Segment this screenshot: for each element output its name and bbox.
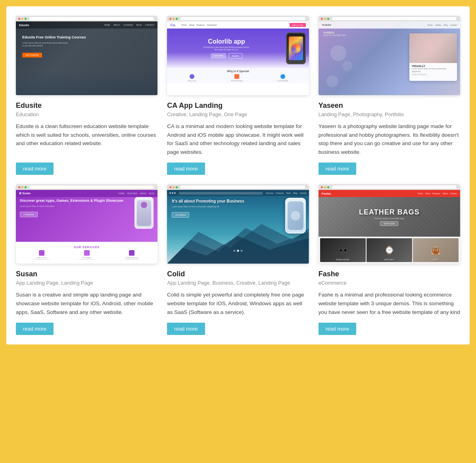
card-title-edusite: Edusite	[16, 101, 157, 110]
card-desc-fashe: Fashe is a minimal and professional look…	[319, 291, 460, 316]
dot-yellow	[324, 186, 326, 188]
read-more-button-susan[interactable]: read more	[16, 323, 54, 335]
dot-yellow	[324, 18, 326, 20]
template-grid: Edusite HOME ABOUT COURSES BLOG CONTACT …	[6, 6, 470, 344]
dot-yellow	[21, 18, 23, 20]
card-fashe: Fashe. Home Shop Features About Contact …	[319, 184, 460, 335]
browser-url	[332, 186, 456, 189]
card-image-fashe: Fashe. Home Shop Features About Contact …	[319, 184, 460, 264]
card-desc-colid: Colid is simple yet powerful and complet…	[167, 291, 309, 316]
card-tags-yaseen: Landing Page, Photography, Portfolio	[319, 111, 460, 117]
card-ca-app: Ca. Home About Products Screenshot Sign …	[167, 16, 309, 175]
dot-green	[25, 186, 27, 188]
browser-chrome-edusite	[16, 16, 157, 21]
card-title-colid: Colid	[167, 270, 309, 278]
card-title-yaseen: Yaseen	[319, 101, 460, 110]
card-yaseen: YASEEN Home Gallery Blog Contact YASEEN …	[319, 16, 460, 175]
dot-yellow	[21, 186, 23, 188]
card-title-fashe: Fashe	[319, 270, 460, 278]
card-desc-edusite: Edusite is a clean fullscreen education …	[16, 122, 157, 156]
browser-chrome-ca	[167, 16, 309, 21]
dot-green	[327, 18, 329, 20]
read-more-button-fashe[interactable]: read more	[319, 323, 356, 335]
browser-chrome-susan	[16, 184, 157, 190]
browser-url	[29, 186, 154, 189]
read-more-button-ca[interactable]: read more	[167, 163, 205, 175]
card-colid: Services Features Team Blog Contact It's…	[167, 184, 309, 335]
susan-screenshot: ⊞ Susan HOME FEATURES ABOUT BLOG Discove…	[16, 190, 157, 264]
card-tags-colid: App Landing Page, Business, Creative, La…	[167, 280, 309, 286]
dot-red	[169, 186, 171, 188]
card-desc-susan: Susan is a creative and simple app landi…	[16, 291, 157, 316]
card-susan: ⊞ Susan HOME FEATURES ABOUT BLOG Discove…	[16, 184, 157, 335]
dot-green	[176, 18, 178, 20]
dot-yellow	[173, 18, 175, 20]
card-image-susan: ⊞ Susan HOME FEATURES ABOUT BLOG Discove…	[16, 184, 157, 264]
card-edusite: Edusite HOME ABOUT COURSES BLOG CONTACT …	[16, 16, 157, 175]
browser-chrome-yaseen	[319, 16, 460, 21]
browser-url	[180, 186, 305, 189]
read-more-button-colid[interactable]: read more	[167, 323, 205, 335]
read-more-button-edusite[interactable]: read more	[16, 163, 54, 175]
card-image-yaseen: YASEEN Home Gallery Blog Contact YASEEN …	[319, 16, 460, 95]
dot-green	[25, 18, 27, 20]
card-tags-susan: App Landing Page, Landing Page	[16, 280, 157, 286]
dot-green	[327, 186, 329, 188]
read-more-button-yaseen[interactable]: read more	[319, 163, 356, 175]
browser-chrome-fashe	[319, 184, 460, 190]
browser-url	[29, 17, 154, 20]
card-image-colid: Services Features Team Blog Contact It's…	[167, 184, 309, 264]
fashe-screenshot: Fashe. Home Shop Features About Contact …	[319, 190, 460, 264]
card-title-ca: CA App Landing	[167, 101, 309, 110]
card-tags-edusite: Education	[16, 111, 157, 117]
card-desc-ca: CA is a minimal and modern looking websi…	[167, 122, 309, 156]
edusite-screenshot: Edusite HOME ABOUT COURSES BLOG CONTACT …	[16, 21, 157, 95]
dot-red	[18, 186, 20, 188]
card-image-edusite: Edusite HOME ABOUT COURSES BLOG CONTACT …	[16, 16, 157, 95]
dot-yellow	[173, 186, 175, 188]
yaseen-screenshot: YASEEN Home Gallery Blog Contact YASEEN …	[319, 21, 460, 95]
dot-green	[176, 186, 178, 188]
card-desc-yaseen: Yaseen is a photography website landing …	[319, 122, 460, 156]
dot-red	[321, 186, 323, 188]
card-tags-fashe: eCommerce	[319, 280, 460, 286]
dot-red	[321, 18, 323, 20]
browser-chrome-colid	[167, 184, 309, 190]
ca-screenshot: Ca. Home About Products Screenshot Sign …	[167, 21, 309, 95]
browser-url	[332, 17, 456, 20]
card-tags-ca: Creative, Landing Page, One Page	[167, 111, 309, 117]
colid-screenshot: Services Features Team Blog Contact It's…	[167, 190, 309, 264]
dot-red	[169, 18, 171, 20]
card-image-ca: Ca. Home About Products Screenshot Sign …	[167, 16, 309, 95]
card-title-susan: Susan	[16, 270, 157, 278]
browser-url	[180, 17, 305, 20]
dot-red	[18, 18, 20, 20]
